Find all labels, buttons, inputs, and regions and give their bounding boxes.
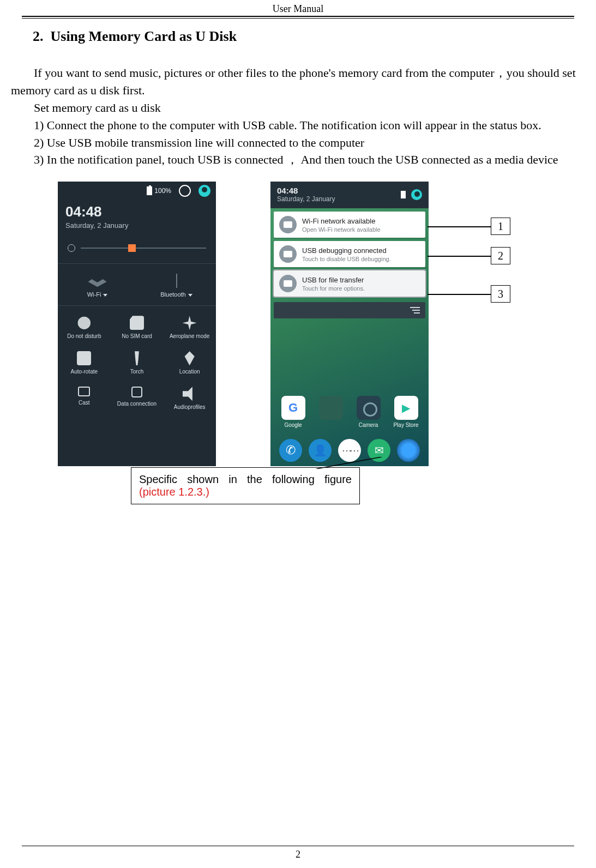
status-bar: 100% bbox=[58, 182, 216, 200]
callout-box-1: 1 bbox=[491, 218, 510, 235]
user-avatar-icon[interactable] bbox=[411, 189, 422, 200]
data-icon bbox=[131, 387, 142, 397]
screenshot-notifications-wrap: 04:48 Saturday, 2 January Wi-Fi network … bbox=[270, 182, 429, 466]
torch-label: Torch bbox=[111, 369, 164, 375]
callout-1: 1 bbox=[498, 220, 503, 233]
settings-gear-icon[interactable] bbox=[179, 185, 191, 197]
wifi-label: Wi-Fi bbox=[87, 291, 101, 298]
dataconn-tile[interactable]: Data connection bbox=[111, 387, 164, 410]
dock-browser-icon[interactable] bbox=[397, 439, 420, 462]
footer-rule bbox=[22, 846, 574, 846]
notification-usb-debugging[interactable]: USB debugging connected Touch to disable… bbox=[274, 241, 425, 267]
app-google-label: Google bbox=[276, 422, 310, 428]
brightness-slider[interactable] bbox=[68, 242, 206, 255]
para-3: 1) Connect the phone to the computer wit… bbox=[11, 117, 585, 134]
panel-date: Saturday, 2 January bbox=[277, 195, 335, 203]
wifi-tile[interactable]: Wi-Fi bbox=[58, 274, 137, 298]
slider-knob[interactable] bbox=[128, 244, 136, 252]
para-5: 3) In the notification panel, touch USB … bbox=[11, 151, 585, 168]
notif-3-sub: Touch for more options. bbox=[302, 285, 365, 292]
cast-tile[interactable]: Cast bbox=[58, 387, 111, 410]
notification-wifi[interactable]: Wi-Fi network available Open Wi-Fi netwo… bbox=[274, 212, 425, 238]
cast-icon bbox=[78, 387, 90, 396]
callout-line-3 bbox=[428, 294, 491, 295]
dnd-tile[interactable]: Do not disturb bbox=[58, 316, 111, 339]
page-header: User Manual bbox=[0, 0, 596, 19]
dock-phone-icon[interactable] bbox=[279, 439, 302, 462]
clock-time: 04:48 bbox=[65, 203, 208, 220]
notif-3-title: USB for file transfer bbox=[302, 276, 365, 284]
battery-indicator: 100% bbox=[147, 186, 171, 195]
quick-row-2: Wi-Fi Bluetooth bbox=[58, 266, 216, 303]
callout-line-2 bbox=[428, 256, 491, 257]
nosim-tile[interactable]: No SIM card bbox=[111, 316, 164, 339]
google-icon bbox=[281, 396, 305, 420]
drag-handle-icon bbox=[410, 307, 420, 314]
location-icon bbox=[183, 351, 197, 365]
autorotate-label: Auto-rotate bbox=[58, 369, 111, 375]
notif-1-title: Wi-Fi network available bbox=[302, 217, 381, 225]
app-playstore-label: Play Store bbox=[389, 422, 423, 428]
para-1: If you want to send music, pictures or o… bbox=[11, 64, 585, 99]
caption-picture-ref: (picture 1.2.3.) bbox=[139, 486, 209, 498]
app-google[interactable]: Google bbox=[276, 396, 310, 428]
separator bbox=[58, 305, 216, 306]
section-number: 2. bbox=[33, 28, 44, 44]
bluetooth-icon bbox=[172, 274, 181, 288]
notif-2-title: USB debugging connected bbox=[302, 246, 391, 255]
cast-label: Cast bbox=[58, 400, 111, 406]
airplane-icon bbox=[183, 316, 197, 330]
playstore-icon bbox=[394, 396, 418, 420]
brightness-icon bbox=[68, 244, 75, 252]
slider-track[interactable] bbox=[81, 248, 206, 249]
autorotate-icon bbox=[77, 351, 91, 365]
dock-messages-icon[interactable] bbox=[368, 439, 390, 462]
caption-text: Specific shown in the following figure bbox=[139, 473, 352, 485]
panel-drag-handle[interactable] bbox=[274, 302, 425, 318]
callout-2: 2 bbox=[498, 250, 503, 262]
body-text: If you want to send music, pictures or o… bbox=[0, 64, 596, 168]
audioprofiles-label: Audioprofiles bbox=[163, 404, 216, 410]
android-notification-icon bbox=[279, 275, 297, 292]
screenshot-notifications: 04:48 Saturday, 2 January Wi-Fi network … bbox=[270, 182, 429, 466]
section-title-text: Using Memory Card as U Disk bbox=[51, 28, 237, 44]
para-2: Set memory card as u disk bbox=[11, 99, 585, 117]
app-icon bbox=[319, 396, 343, 420]
airplane-tile[interactable]: Aeroplane mode bbox=[163, 316, 216, 339]
nosim-label: No SIM card bbox=[111, 333, 164, 339]
notification-usb-file-transfer[interactable]: USB for file transfer Touch for more opt… bbox=[274, 270, 425, 297]
battery-percent: 100% bbox=[154, 187, 171, 195]
torch-icon bbox=[130, 351, 144, 365]
dnd-icon bbox=[77, 316, 91, 330]
callout-box-2: 2 bbox=[491, 247, 510, 264]
dock-appdrawer-icon[interactable] bbox=[338, 439, 361, 462]
autorotate-tile[interactable]: Auto-rotate bbox=[58, 351, 111, 375]
app-camera-label: Camera bbox=[351, 422, 386, 428]
callout-3: 3 bbox=[498, 288, 503, 300]
quick-grid: Do not disturb No SIM card Aeroplane mod… bbox=[58, 308, 216, 415]
battery-icon bbox=[147, 186, 152, 195]
clock-block: 04:48 Saturday, 2 January bbox=[58, 200, 216, 231]
section-title: 2. Using Memory Card as U Disk bbox=[33, 28, 596, 45]
bluetooth-tile[interactable]: Bluetooth bbox=[137, 274, 216, 298]
page-number: 2 bbox=[0, 849, 596, 860]
camera-icon bbox=[357, 396, 381, 420]
dnd-label: Do not disturb bbox=[58, 333, 111, 339]
callout-line-1 bbox=[428, 226, 491, 227]
location-tile[interactable]: Location bbox=[163, 351, 216, 375]
header-rule-thin bbox=[22, 18, 574, 19]
dataconn-label: Data connection bbox=[111, 401, 164, 407]
app-camera[interactable]: Camera bbox=[351, 396, 386, 428]
app-playstore[interactable]: Play Store bbox=[389, 396, 423, 428]
user-avatar-icon[interactable] bbox=[198, 185, 210, 197]
app-unknown[interactable] bbox=[314, 396, 348, 428]
audioprofiles-tile[interactable]: Audioprofiles bbox=[163, 387, 216, 410]
wifi-notification-icon bbox=[279, 216, 297, 233]
chevron-down-icon bbox=[188, 294, 192, 297]
torch-tile[interactable]: Torch bbox=[111, 351, 164, 375]
header-title: User Manual bbox=[273, 3, 323, 14]
chevron-down-icon bbox=[103, 294, 107, 297]
dock bbox=[270, 439, 429, 462]
dock-contacts-icon[interactable] bbox=[309, 439, 332, 462]
notif-2-sub: Touch to disable USB debugging. bbox=[302, 256, 391, 262]
